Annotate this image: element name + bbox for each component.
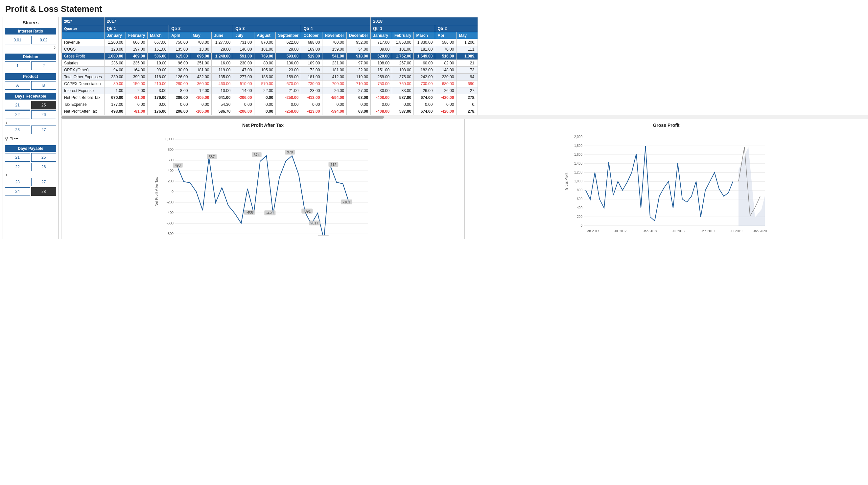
table-cell: 63.00 — [347, 108, 371, 115]
days-receivable-27[interactable]: 27 — [31, 126, 57, 134]
svg-text:800: 800 — [577, 188, 582, 192]
table-cell: -258.00 — [276, 108, 301, 115]
table-cell: 1,277.00 — [212, 39, 233, 46]
svg-text:200: 200 — [577, 215, 582, 219]
table-cell: -206.00 — [233, 94, 254, 101]
interest-ratio-0.01[interactable]: 0.01 — [5, 36, 30, 44]
table-cell: 181.00 — [414, 46, 435, 53]
table-cell: 89.00 — [371, 46, 392, 53]
days-receivable-22[interactable]: 22 — [5, 110, 30, 119]
days-payable-21[interactable]: 21 — [5, 153, 30, 162]
interest-ratio-0.02[interactable]: 0.02 — [31, 36, 57, 44]
days-payable-25[interactable]: 25 — [31, 153, 57, 162]
days-receivable-21[interactable]: 21 — [5, 101, 30, 109]
table-cell: 1,830.00 — [414, 39, 435, 46]
table-cell: 0.00 — [392, 101, 414, 108]
table-cell: 731.00 — [233, 39, 254, 46]
table-cell: 2.00 — [126, 88, 148, 94]
month-may18: May — [457, 32, 478, 39]
month-dec: December — [347, 32, 371, 39]
days-payable-28[interactable]: 28 — [31, 187, 57, 196]
svg-text:587: 587 — [209, 155, 215, 159]
table-cell: 674.00 — [414, 94, 435, 101]
table-cell: 1,853.00 — [392, 39, 414, 46]
table-cell: -360.00 — [190, 80, 212, 88]
quarter-label-cell: Quarter — [62, 25, 104, 32]
table-cell: 111. — [457, 46, 478, 53]
days-payable-23[interactable]: 23 — [5, 178, 30, 186]
table-cell: 1,200. — [457, 39, 478, 46]
product-b[interactable]: B — [31, 81, 57, 90]
page-title: Profit & Loss Statement — [0, 0, 868, 17]
svg-text:400: 400 — [167, 168, 174, 172]
table-cell: 1,080.00 — [104, 53, 126, 60]
table-cell: 108.00 — [371, 60, 392, 67]
month-jun: June — [212, 32, 233, 39]
interest-ratio-label: Interest Ratio — [5, 28, 56, 34]
table-cell: 135.00 — [169, 46, 190, 53]
table-cell: 34.00 — [347, 46, 371, 53]
table-cell: 140.00 — [233, 46, 254, 53]
table-cell: 277.00 — [233, 74, 254, 80]
days-receivable-nav-left[interactable]: ‹ — [5, 120, 8, 126]
table-cell: 185.00 — [254, 74, 276, 80]
table-cell: 587.00 — [392, 108, 414, 115]
svg-text:600: 600 — [167, 158, 174, 162]
table-cell: -258.00 — [276, 94, 301, 101]
table-scrollbar[interactable] — [61, 115, 868, 119]
pl-table-wrapper[interactable]: 2017 2017 2018 Quarter Qtr 1 Qtr 2 Qtr 3… — [61, 17, 868, 115]
svg-text:0: 0 — [581, 224, 582, 227]
days-receivable-26[interactable]: 26 — [31, 110, 57, 119]
table-cell: 1,089. — [457, 53, 478, 60]
days-payable-nav-left[interactable]: ‹ — [5, 172, 8, 178]
table-cell: 176.00 — [148, 94, 169, 101]
svg-text:Jul 2019: Jul 2019 — [730, 229, 742, 233]
slicers-title: Slicers — [5, 20, 56, 25]
table-cell: 587.00 — [392, 94, 414, 101]
days-receivable-23[interactable]: 23 — [5, 126, 30, 134]
table-cell: 26.00 — [435, 88, 457, 94]
table-cell: 29.00 — [212, 46, 233, 53]
table-cell: 0.00 — [233, 101, 254, 108]
days-payable-27[interactable]: 27 — [31, 178, 57, 186]
table-cell: 126.00 — [169, 74, 190, 80]
table-cell: 695.00 — [190, 53, 212, 60]
table-cell: -690. — [457, 80, 478, 88]
division-2[interactable]: 2 — [31, 61, 57, 70]
year-2017: 2017 — [104, 18, 371, 25]
days-payable-label: Days Payable — [5, 145, 56, 152]
days-receivable-25[interactable]: 25 — [31, 101, 57, 109]
table-cell: 181.00 — [190, 67, 212, 74]
days-payable-22[interactable]: 22 — [5, 163, 30, 171]
svg-text:1,800: 1,800 — [574, 144, 582, 148]
table-cell: -760.00 — [392, 80, 414, 88]
table-cell: 151.00 — [371, 67, 392, 74]
svg-text:-391: -391 — [304, 209, 311, 213]
row-label: Revenue — [62, 39, 104, 46]
days-payable-24[interactable]: 24 — [5, 187, 30, 196]
table-cell: 628.00 — [371, 53, 392, 60]
month-jan18: January — [371, 32, 392, 39]
month-mar18: March — [414, 32, 435, 39]
table-cell: 259.00 — [371, 74, 392, 80]
product-a[interactable]: A — [5, 81, 30, 90]
interest-ratio-nav-right[interactable]: › — [53, 44, 56, 50]
table-cell: 0.00 — [148, 101, 169, 108]
table-cell: 615.00 — [169, 53, 190, 60]
table-cell: 769.00 — [254, 53, 276, 60]
table-cell: 8.00 — [169, 88, 190, 94]
table-cell: 641.00 — [212, 94, 233, 101]
svg-text:-420: -420 — [267, 211, 274, 215]
svg-text:1,600: 1,600 — [574, 153, 582, 156]
days-payable-26[interactable]: 26 — [31, 163, 57, 171]
table-cell: 118.00 — [148, 74, 169, 80]
gross-profit-chart-area: 2,000 1,800 1,600 1,400 1,200 1,000 800 … — [468, 130, 864, 236]
table-cell: 119.00 — [212, 67, 233, 74]
table-cell: -105.00 — [190, 94, 212, 101]
table-cell: 60.00 — [414, 60, 435, 67]
month-mar: March — [148, 32, 169, 39]
interest-ratio-slicer: Interest Ratio 0.01 0.02 › — [5, 28, 56, 50]
table-cell: 330.00 — [104, 74, 126, 80]
table-cell: -460.00 — [212, 80, 233, 88]
division-1[interactable]: 1 — [5, 61, 30, 70]
